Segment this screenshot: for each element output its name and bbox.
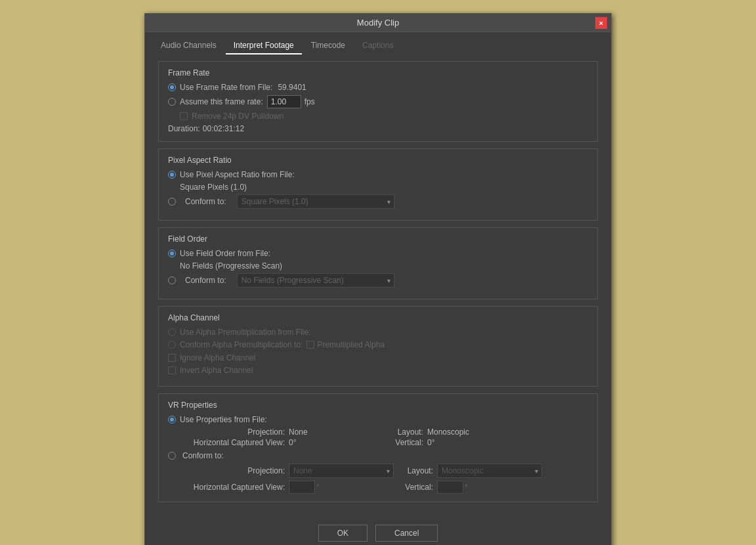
no-fields-label: No Fields (Progressive Scan) — [180, 261, 588, 271]
vr-conform-h-captured-label: Horizontal Captured View: — [180, 483, 285, 492]
h-captured-value: 0° — [289, 438, 296, 447]
pixel-aspect-conform-label: Conform to: — [185, 197, 226, 206]
field-order-section: Field Order Use Field Order from File: N… — [158, 227, 598, 299]
invert-alpha-row: Invert Alpha Channel — [168, 366, 588, 375]
ignore-alpha-label: Ignore Alpha Channel — [180, 353, 255, 362]
vr-conform-vertical-label: Vertical: — [394, 483, 433, 492]
tab-captions: Captions — [354, 37, 401, 54]
projection-row: Projection: None — [180, 427, 384, 437]
assume-frame-rate-input[interactable] — [267, 95, 301, 108]
remove-pulldown-label: Remove 24p DV Pulldown — [192, 112, 284, 121]
duration-value: 00:02:31:12 — [203, 124, 244, 133]
fps-label: fps — [304, 97, 315, 106]
projection-value: None — [289, 427, 308, 437]
alpha-channel-section: Alpha Channel Use Alpha Premultiplicatio… — [158, 306, 598, 387]
vr-conform-row: Conform to: — [168, 451, 588, 460]
use-vr-properties-label: Use Properties from File: — [180, 415, 267, 424]
duration-label: Duration: — [168, 124, 200, 133]
modify-clip-dialog: Modify Clip × Audio Channels Interpret F… — [144, 13, 612, 545]
vr-properties-title: VR Properties — [168, 401, 588, 410]
dialog-content: Frame Rate Use Frame Rate from File: 59.… — [145, 54, 611, 515]
use-frame-rate-row: Use Frame Rate from File: 59.9401 — [168, 83, 588, 92]
field-order-conform-dropdown[interactable]: No Fields (Progressive Scan) — [237, 273, 394, 288]
dialog-title: Modify Clip — [357, 18, 399, 28]
field-order-conform-radio[interactable] — [168, 276, 176, 284]
use-pixel-aspect-row: Use Pixel Aspect Ratio from File: — [168, 170, 588, 179]
vr-conform-layout-wrapper: Monoscopic — [437, 464, 542, 478]
frame-rate-title: Frame Rate — [168, 68, 588, 77]
field-order-conform-row: Conform to: No Fields (Progressive Scan) — [168, 273, 588, 288]
tab-audio-channels[interactable]: Audio Channels — [153, 37, 224, 54]
pixel-aspect-conform-dropdown[interactable]: Square Pixels (1.0) — [237, 194, 394, 209]
pixel-aspect-conform-row: Conform to: Square Pixels (1.0) — [168, 194, 588, 209]
premultiplied-alpha-checkbox — [306, 341, 314, 349]
vertical-row: Vertical: 0° — [384, 438, 588, 447]
vertical-value: 0° — [427, 438, 434, 447]
dialog-buttons: OK Cancel — [145, 515, 611, 545]
ignore-alpha-checkbox — [168, 354, 176, 362]
vr-conform-projection-wrapper: None — [289, 464, 394, 478]
vr-conform-layout-label: Layout: — [394, 466, 433, 475]
vertical-label: Vertical: — [384, 438, 423, 447]
conform-premultiplication-row: Conform Alpha Premultiplication to: Prem… — [168, 340, 588, 349]
h-captured-row: Horizontal Captured View: 0° — [180, 438, 384, 447]
vr-conform-vertical-row: Vertical: ° — [394, 481, 588, 494]
use-pixel-aspect-label: Use Pixel Aspect Ratio from File: — [180, 170, 295, 179]
remove-pulldown-checkbox — [180, 112, 188, 120]
ok-button[interactable]: OK — [318, 525, 368, 542]
vr-h-degree-symbol: ° — [316, 483, 320, 492]
projection-label: Projection: — [180, 427, 285, 437]
conform-premultiplication-label: Conform Alpha Premultiplication to: — [180, 340, 303, 349]
vr-v-degree-symbol: ° — [465, 483, 468, 492]
tab-interpret-footage[interactable]: Interpret Footage — [226, 37, 302, 54]
vr-conform-vertical-input[interactable] — [437, 481, 463, 494]
vr-conform-h-captured-input[interactable] — [289, 481, 315, 494]
invert-alpha-label: Invert Alpha Channel — [180, 366, 253, 375]
remove-pulldown-row: Remove 24p DV Pulldown — [180, 112, 588, 121]
vr-conform-layout-row: Layout: Monoscopic — [394, 464, 588, 478]
use-field-order-radio[interactable] — [168, 250, 176, 257]
ignore-alpha-row: Ignore Alpha Channel — [168, 353, 588, 362]
alpha-channel-title: Alpha Channel — [168, 313, 588, 322]
h-captured-label: Horizontal Captured View: — [180, 438, 285, 447]
use-premultiplication-row: Use Alpha Premultiplication from File: — [168, 328, 588, 337]
close-button[interactable]: × — [595, 17, 607, 29]
vr-conform-projection-dropdown[interactable]: None — [289, 464, 394, 478]
use-field-order-row: Use Field Order from File: — [168, 249, 588, 258]
cancel-button[interactable]: Cancel — [375, 525, 438, 542]
title-bar: Modify Clip × — [145, 14, 611, 32]
use-premultiplication-radio — [168, 328, 176, 336]
vr-conform-projection-row: Projection: None — [180, 464, 394, 478]
duration-row: Duration: 00:02:31:12 — [168, 124, 588, 133]
layout-row: Layout: Monoscopic — [384, 427, 588, 437]
use-premultiplication-label: Use Alpha Premultiplication from File: — [180, 328, 310, 337]
use-frame-rate-radio[interactable] — [168, 83, 176, 91]
layout-value: Monoscopic — [427, 427, 469, 437]
vr-conform-layout-dropdown[interactable]: Monoscopic — [437, 464, 542, 478]
use-field-order-label: Use Field Order from File: — [180, 249, 270, 258]
vr-conform-radio[interactable] — [168, 452, 176, 460]
layout-label: Layout: — [384, 427, 423, 437]
vr-properties-section: VR Properties Use Properties from File: … — [158, 393, 598, 502]
assume-frame-rate-label: Assume this frame rate: — [180, 97, 263, 106]
tab-bar: Audio Channels Interpret Footage Timecod… — [145, 32, 611, 54]
use-frame-rate-value: 59.9401 — [278, 83, 306, 92]
use-pixel-aspect-radio[interactable] — [168, 171, 176, 179]
vr-conform-projection-label: Projection: — [180, 466, 285, 475]
assume-frame-rate-radio[interactable] — [168, 98, 176, 106]
field-order-conform-label: Conform to: — [185, 276, 226, 285]
use-vr-properties-radio[interactable] — [168, 416, 176, 424]
pixel-aspect-conform-radio[interactable] — [168, 198, 176, 206]
field-order-title: Field Order — [168, 234, 588, 244]
premultiplied-alpha-label: Premultiplied Alpha — [317, 340, 385, 349]
square-pixels-label: Square Pixels (1.0) — [180, 183, 588, 192]
use-vr-properties-row: Use Properties from File: — [168, 415, 588, 424]
frame-rate-section: Frame Rate Use Frame Rate from File: 59.… — [158, 61, 598, 142]
use-frame-rate-label: Use Frame Rate from File: — [180, 83, 272, 92]
conform-premultiplication-radio — [168, 341, 176, 349]
invert-alpha-checkbox — [168, 366, 176, 374]
pixel-aspect-section: Pixel Aspect Ratio Use Pixel Aspect Rati… — [158, 148, 598, 221]
tab-timecode[interactable]: Timecode — [303, 37, 353, 54]
vr-conform-h-captured-row: Horizontal Captured View: ° — [180, 481, 394, 494]
assume-frame-rate-row: Assume this frame rate: fps — [168, 95, 588, 108]
